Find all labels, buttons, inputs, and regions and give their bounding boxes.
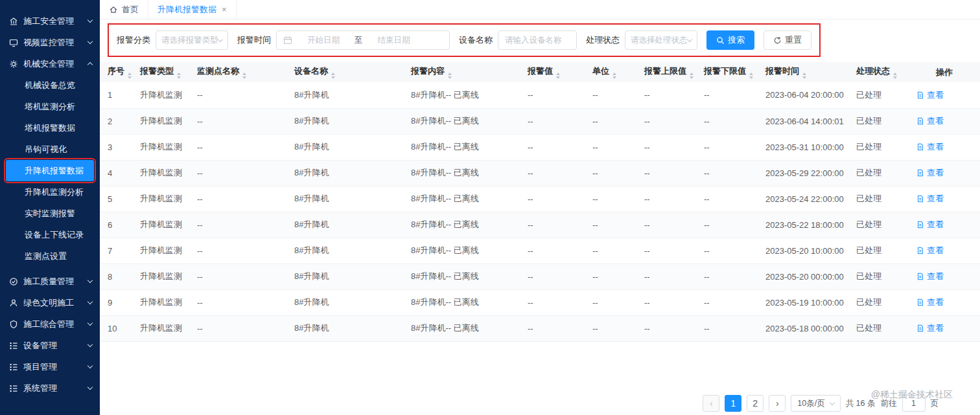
total-count: 共 16 条 — [846, 398, 876, 409]
view-link[interactable]: 查看 — [916, 322, 944, 334]
sidebar-item-machinery-safety[interactable]: 机械安全管理 — [0, 53, 100, 74]
column-header-lower-limit[interactable]: 报警下限值 — [696, 62, 758, 82]
cell-alarm-value: -- — [520, 134, 585, 160]
cell-index: 3 — [100, 134, 132, 160]
sidebar-item-green-construction[interactable]: 绿色文明施工 — [0, 292, 100, 313]
column-header-unit[interactable]: 单位 — [585, 62, 636, 82]
sidebar-subitem[interactable]: 升降机报警数据 — [6, 160, 94, 181]
sidebar-subitem[interactable]: 监测点设置 — [0, 245, 100, 267]
cell-alarm-type: 升降机监测 — [132, 134, 189, 160]
sort-icons[interactable] — [893, 73, 897, 79]
cell-actions: 查看 — [909, 134, 980, 160]
view-link[interactable]: 查看 — [916, 167, 944, 179]
start-date-input[interactable] — [296, 36, 351, 45]
close-icon[interactable]: × — [222, 5, 227, 14]
sidebar-subitem-label: 设备上下线记录 — [25, 229, 84, 241]
sidebar-item-device-management[interactable]: 设备管理 — [0, 335, 100, 356]
view-link[interactable]: 查看 — [916, 271, 944, 282]
sidebar-item-label: 系统管理 — [23, 383, 83, 394]
sort-icons[interactable] — [556, 73, 560, 79]
sort-icons[interactable] — [690, 73, 694, 79]
cell-index: 1 — [100, 82, 132, 108]
view-link-label: 查看 — [927, 89, 944, 101]
date-range-picker[interactable]: 至 — [276, 30, 450, 50]
sidebar-subitem[interactable]: 塔机报警数据 — [0, 117, 100, 139]
cell-alarm-value: -- — [520, 160, 585, 186]
cell-index: 5 — [100, 186, 132, 212]
table-row: 8 升降机监测 -- 8#升降机 8#升降机-- 已离线 -- -- -- --… — [100, 264, 980, 289]
sidebar-subitem[interactable]: 升降机监测分析 — [0, 181, 100, 203]
sidebar-item-construction-comprehensive[interactable]: 施工综合管理 — [0, 313, 100, 335]
cell-alarm-time: 2023-06-04 20:00:00 — [758, 82, 848, 108]
cell-alarm-type: 升降机监测 — [132, 238, 189, 264]
sidebar-subitem[interactable]: 吊钩可视化 — [0, 139, 100, 160]
column-label: 报警内容 — [411, 66, 445, 76]
sort-icons[interactable] — [802, 73, 806, 79]
list-icon — [9, 384, 18, 393]
cell-actions: 查看 — [909, 108, 980, 134]
sort-icons[interactable] — [331, 73, 335, 79]
view-link[interactable]: 查看 — [916, 297, 944, 308]
sort-icons[interactable] — [612, 73, 616, 79]
handle-status-select[interactable]: 请选择处理状态 — [625, 30, 697, 50]
column-header-device-name[interactable]: 设备名称 — [286, 62, 403, 82]
sidebar-subitem[interactable]: 设备上下线记录 — [0, 224, 100, 245]
page-button-2[interactable]: 2 — [747, 395, 764, 412]
sidebar-item-system-management[interactable]: 系统管理 — [0, 377, 100, 399]
cell-lower-limit: -- — [696, 108, 758, 134]
view-link[interactable]: 查看 — [916, 193, 944, 205]
column-header-status[interactable]: 处理状态 — [848, 62, 909, 82]
alarm-data-table: 序号 报警类型 监测点名称 设备名称 报警内容 报警值 单位 报警上限值 报警下… — [100, 62, 980, 342]
cell-status: 已处理 — [848, 82, 909, 108]
sort-icons[interactable] — [177, 73, 181, 79]
column-header-alarm-type[interactable]: 报警类型 — [132, 62, 189, 82]
prev-page-button[interactable]: ‹ — [703, 395, 719, 412]
column-header-alarm-value[interactable]: 报警值 — [520, 62, 585, 82]
sort-icons[interactable] — [128, 73, 132, 79]
cell-actions: 查看 — [909, 160, 980, 186]
sidebar-item-project-management[interactable]: 项目管理 — [0, 356, 100, 377]
sidebar-subitem[interactable]: 实时监测报警 — [0, 203, 100, 224]
sort-icons[interactable] — [242, 73, 246, 79]
column-header-alarm-time[interactable]: 报警时间 — [758, 62, 848, 82]
sidebar-item-video-monitoring[interactable]: 视频监控管理 — [0, 32, 100, 53]
tab-home[interactable]: 首页 — [100, 0, 148, 19]
reset-button[interactable]: 重置 — [764, 30, 811, 50]
view-link[interactable]: 查看 — [916, 115, 944, 127]
cell-index: 7 — [100, 238, 132, 264]
view-link[interactable]: 查看 — [916, 219, 944, 230]
view-link[interactable]: 查看 — [916, 89, 944, 101]
view-link-label: 查看 — [927, 193, 944, 205]
search-button[interactable]: 搜索 — [706, 30, 754, 50]
column-header-point-name[interactable]: 监测点名称 — [189, 62, 286, 82]
sidebar-subitem-label: 塔机监测分析 — [25, 101, 75, 113]
sort-icons[interactable] — [749, 73, 753, 79]
alarm-category-select[interactable]: 请选择报警类型 — [156, 30, 228, 50]
calendar-icon — [283, 36, 292, 45]
sidebar-item-construction-quality[interactable]: 施工质量管理 — [0, 271, 100, 292]
sidebar-subitem-label: 实时监测报警 — [25, 208, 75, 219]
column-header-upper-limit[interactable]: 报警上限值 — [636, 62, 696, 82]
sidebar-subitem[interactable]: 塔机监测分析 — [0, 96, 100, 117]
device-name-label: 设备名称 — [459, 34, 493, 46]
view-link-label: 查看 — [927, 245, 944, 256]
device-name-input[interactable] — [498, 30, 577, 50]
end-date-input[interactable] — [367, 36, 421, 45]
tab-lift-alarm-data[interactable]: 升降机报警数据 × — [148, 0, 237, 19]
page-size-select[interactable]: 10条/页 — [791, 395, 840, 412]
view-link[interactable]: 查看 — [916, 141, 944, 153]
sort-icons[interactable] — [448, 73, 452, 79]
view-link-label: 查看 — [927, 167, 944, 179]
goto-page-input[interactable] — [902, 395, 926, 412]
cell-status: 已处理 — [848, 212, 909, 238]
column-header-alarm-content[interactable]: 报警内容 — [403, 62, 520, 82]
sidebar-item-construction-safety[interactable]: 施工安全管理 — [0, 10, 100, 32]
sidebar-subitem[interactable]: 机械设备总览 — [0, 74, 100, 96]
next-page-button[interactable]: › — [769, 395, 786, 412]
view-link-label: 查看 — [927, 115, 944, 127]
cell-status: 已处理 — [848, 134, 909, 160]
view-link[interactable]: 查看 — [916, 245, 944, 256]
column-header-index[interactable]: 序号 — [100, 62, 132, 82]
cell-lower-limit: -- — [696, 289, 758, 315]
page-button-1[interactable]: 1 — [725, 395, 741, 412]
